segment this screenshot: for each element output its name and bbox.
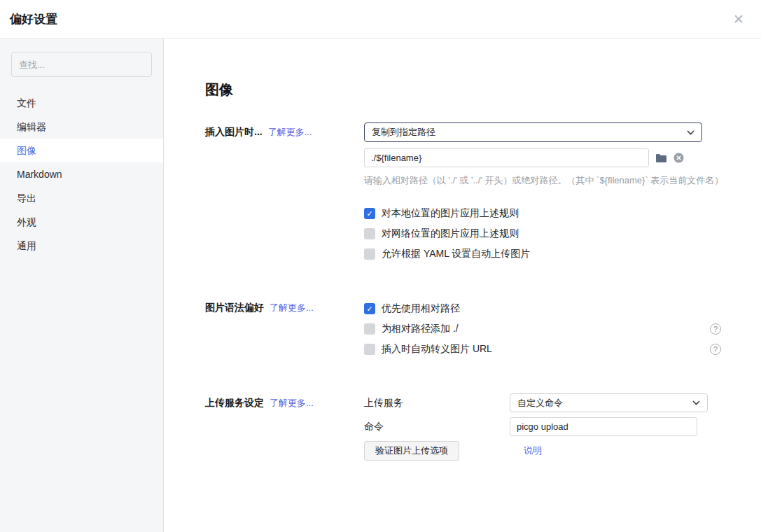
chevron-down-icon: [692, 400, 700, 405]
sidebar-item-editor[interactable]: 编辑器: [0, 115, 163, 139]
checkbox-row-local-images[interactable]: 对本地位置的图片应用上述规则: [364, 206, 721, 220]
command-input[interactable]: [510, 417, 697, 436]
close-button[interactable]: ✕: [727, 10, 750, 29]
insert-image-section: 插入图片时... 了解更多... 复制到指定路径: [205, 122, 761, 267]
help-icon[interactable]: ?: [710, 323, 721, 335]
insert-action-select[interactable]: 复制到指定路径: [364, 122, 702, 142]
header: 偏好设置 ✕: [0, 0, 761, 38]
syntax-section-label: 图片语法偏好: [205, 302, 264, 314]
learn-more-link[interactable]: 了解更多...: [270, 302, 314, 314]
upload-service-select[interactable]: 自定义命令: [510, 393, 708, 412]
upload-service-section: 上传服务设定 了解更多... 上传服务 自定义命令 命令: [205, 393, 761, 461]
checkbox-label: 为相对路径添加 ./: [382, 323, 459, 335]
sidebar-item-appearance[interactable]: 外观: [0, 210, 163, 234]
checkbox-icon[interactable]: [364, 303, 375, 314]
clear-icon: [673, 153, 684, 163]
checkbox-icon[interactable]: [364, 344, 375, 355]
image-syntax-section: 图片语法偏好 了解更多... 优先使用相对路径 为相对路径添加 ./ ?: [205, 298, 761, 363]
sidebar: 文件 编辑器 图像 Markdown 导出 外观 通用: [0, 38, 164, 532]
checkbox-row-add-dot-slash[interactable]: 为相对路径添加 ./ ?: [364, 322, 721, 336]
window-title: 偏好设置: [10, 11, 57, 27]
checkbox-label: 插入时自动转义图片 URL: [382, 343, 492, 356]
validate-upload-button[interactable]: 验证图片上传选项: [364, 441, 459, 461]
checkbox-row-escape-url[interactable]: 插入时自动转义图片 URL ?: [364, 342, 721, 356]
sidebar-item-image[interactable]: 图像: [0, 139, 163, 162]
insert-action-value: 复制到指定路径: [372, 126, 435, 139]
close-icon: ✕: [733, 12, 744, 27]
insert-section-label: 插入图片时...: [205, 126, 263, 139]
upload-service-value: 自定义命令: [517, 397, 563, 410]
preferences-window: 偏好设置 ✕ 文件 编辑器 图像 Markdown 导出 外观 通用 图像 插入…: [0, 0, 761, 532]
upload-section-label: 上传服务设定: [205, 397, 264, 410]
sidebar-item-export[interactable]: 导出: [0, 186, 163, 210]
help-icon[interactable]: ?: [710, 344, 721, 355]
sidebar-item-markdown[interactable]: Markdown: [0, 162, 163, 186]
checkbox-icon[interactable]: [364, 208, 375, 219]
checkbox-icon[interactable]: [364, 323, 375, 335]
chevron-down-icon: [687, 130, 694, 135]
checkbox-icon[interactable]: [364, 248, 375, 260]
sidebar-list: 文件 编辑器 图像 Markdown 导出 外观 通用: [0, 91, 163, 258]
checkbox-row-network-images[interactable]: 对网络位置的图片应用上述规则: [364, 227, 721, 241]
checkbox-row-yaml-upload[interactable]: 允许根据 YAML 设置自动上传图片: [364, 247, 721, 261]
main-panel: 图像 插入图片时... 了解更多... 复制到指定路径: [164, 38, 761, 532]
folder-icon: [655, 153, 667, 163]
command-label: 命令: [364, 421, 510, 433]
path-input[interactable]: [364, 148, 649, 167]
learn-more-link[interactable]: 了解更多...: [268, 126, 312, 139]
learn-more-link[interactable]: 了解更多...: [270, 397, 314, 410]
sidebar-item-file[interactable]: 文件: [0, 91, 163, 115]
sidebar-item-general[interactable]: 通用: [0, 234, 163, 258]
checkbox-label: 对网络位置的图片应用上述规则: [382, 227, 519, 240]
path-hint: 请输入相对路径（以 './' 或 '../' 开头）或绝对路径。（其中 `${f…: [364, 174, 761, 187]
checkbox-row-prefer-relative[interactable]: 优先使用相对路径: [364, 302, 721, 316]
folder-browse-button[interactable]: [655, 153, 667, 163]
checkbox-label: 对本地位置的图片应用上述规则: [382, 207, 519, 220]
instructions-link[interactable]: 说明: [524, 444, 542, 457]
clear-path-button[interactable]: [673, 153, 684, 163]
page-title: 图像: [205, 80, 761, 99]
checkbox-label: 优先使用相对路径: [382, 302, 460, 315]
checkbox-label: 允许根据 YAML 设置自动上传图片: [382, 248, 530, 260]
upload-service-label: 上传服务: [364, 397, 510, 410]
checkbox-icon[interactable]: [364, 228, 375, 239]
search-input[interactable]: [11, 52, 152, 77]
